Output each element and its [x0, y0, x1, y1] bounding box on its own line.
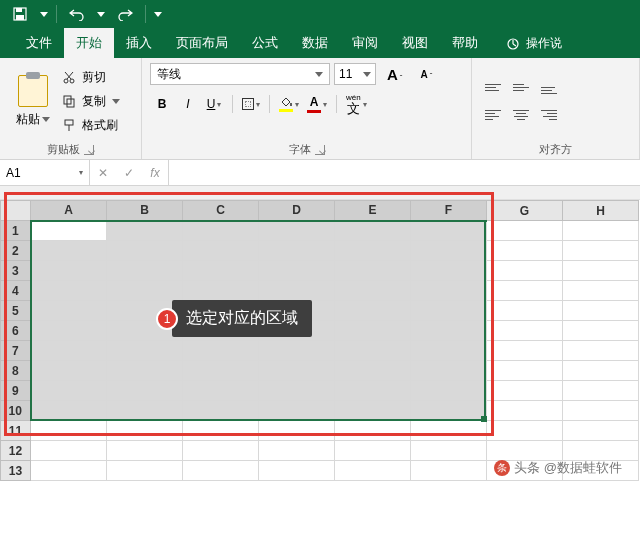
row-header[interactable]: 1: [1, 221, 31, 241]
cell[interactable]: [563, 241, 639, 261]
undo-dropdown[interactable]: [97, 12, 105, 17]
row-header[interactable]: 5: [1, 301, 31, 321]
cell[interactable]: [487, 361, 563, 381]
col-header[interactable]: F: [411, 201, 487, 221]
cell[interactable]: [183, 381, 259, 401]
cell[interactable]: [31, 421, 107, 441]
increase-font-button[interactable]: Aˆ: [380, 62, 410, 86]
cell[interactable]: [411, 261, 487, 281]
cell[interactable]: [335, 301, 411, 321]
cell[interactable]: [107, 421, 183, 441]
cell[interactable]: [107, 461, 183, 481]
qat-save-dropdown[interactable]: [40, 12, 48, 17]
cell[interactable]: [411, 281, 487, 301]
cell[interactable]: [31, 221, 107, 241]
row-header[interactable]: 2: [1, 241, 31, 261]
cell[interactable]: [411, 361, 487, 381]
font-size-select[interactable]: 11: [334, 63, 376, 85]
cell[interactable]: [31, 461, 107, 481]
cell[interactable]: [563, 401, 639, 421]
cell[interactable]: [335, 381, 411, 401]
cell[interactable]: [31, 401, 107, 421]
select-all-corner[interactable]: [1, 201, 31, 221]
col-header[interactable]: B: [107, 201, 183, 221]
cell[interactable]: [335, 241, 411, 261]
row-header[interactable]: 7: [1, 341, 31, 361]
cell[interactable]: [335, 361, 411, 381]
row-header[interactable]: 11: [1, 421, 31, 441]
cell[interactable]: [335, 321, 411, 341]
cell[interactable]: [107, 241, 183, 261]
worksheet-grid[interactable]: ABCDEFGH12345678910111213 1 选定对应的区域 条 头条…: [0, 200, 640, 481]
cell[interactable]: [107, 221, 183, 241]
cell[interactable]: [487, 261, 563, 281]
cell[interactable]: [335, 341, 411, 361]
row-header[interactable]: 8: [1, 361, 31, 381]
copy-button[interactable]: 复制: [62, 90, 120, 112]
tell-me[interactable]: 操作说: [498, 29, 570, 58]
cell[interactable]: [487, 441, 563, 461]
cell[interactable]: [31, 241, 107, 261]
tab-help[interactable]: 帮助: [440, 28, 490, 58]
cell[interactable]: [563, 421, 639, 441]
cell[interactable]: [31, 321, 107, 341]
align-right-button[interactable]: [536, 103, 562, 127]
cell[interactable]: [183, 361, 259, 381]
row-header[interactable]: 6: [1, 321, 31, 341]
cancel-formula-button[interactable]: ✕: [90, 166, 116, 180]
cell[interactable]: [487, 321, 563, 341]
align-middle-button[interactable]: [508, 75, 534, 99]
cell[interactable]: [259, 261, 335, 281]
cell[interactable]: [183, 341, 259, 361]
tab-review[interactable]: 审阅: [340, 28, 390, 58]
clipboard-launcher[interactable]: [84, 145, 94, 155]
cell[interactable]: [563, 261, 639, 281]
cell[interactable]: [411, 221, 487, 241]
font-name-select[interactable]: 等线: [150, 63, 330, 85]
font-color-button[interactable]: A▾: [304, 92, 330, 116]
cell[interactable]: [259, 461, 335, 481]
cell[interactable]: [563, 281, 639, 301]
cell[interactable]: [183, 281, 259, 301]
cell[interactable]: [31, 361, 107, 381]
cell[interactable]: [487, 281, 563, 301]
cell[interactable]: [335, 261, 411, 281]
cut-button[interactable]: 剪切: [62, 66, 120, 88]
undo-button[interactable]: [65, 2, 89, 26]
col-header[interactable]: A: [31, 201, 107, 221]
cell[interactable]: [259, 381, 335, 401]
cell[interactable]: [411, 461, 487, 481]
cell[interactable]: [335, 401, 411, 421]
tab-view[interactable]: 视图: [390, 28, 440, 58]
col-header[interactable]: D: [259, 201, 335, 221]
cell[interactable]: [563, 341, 639, 361]
cell[interactable]: [107, 361, 183, 381]
tab-home[interactable]: 开始: [64, 28, 114, 58]
bold-button[interactable]: B: [150, 92, 174, 116]
cell[interactable]: [411, 301, 487, 321]
align-bottom-button[interactable]: [536, 75, 562, 99]
col-header[interactable]: C: [183, 201, 259, 221]
cell[interactable]: [487, 401, 563, 421]
cell[interactable]: [563, 321, 639, 341]
cell[interactable]: [563, 221, 639, 241]
row-header[interactable]: 10: [1, 401, 31, 421]
cell[interactable]: [107, 341, 183, 361]
cell[interactable]: [563, 381, 639, 401]
cell[interactable]: [183, 421, 259, 441]
cell[interactable]: [335, 221, 411, 241]
cell[interactable]: [183, 441, 259, 461]
tab-data[interactable]: 数据: [290, 28, 340, 58]
col-header[interactable]: H: [563, 201, 639, 221]
cell[interactable]: [183, 221, 259, 241]
cell[interactable]: [31, 281, 107, 301]
cell[interactable]: [259, 341, 335, 361]
cell[interactable]: [31, 261, 107, 281]
cell[interactable]: [563, 301, 639, 321]
cell[interactable]: [335, 441, 411, 461]
row-header[interactable]: 13: [1, 461, 31, 481]
cell[interactable]: [31, 301, 107, 321]
cell[interactable]: [335, 461, 411, 481]
cell[interactable]: [107, 381, 183, 401]
cell[interactable]: [411, 341, 487, 361]
